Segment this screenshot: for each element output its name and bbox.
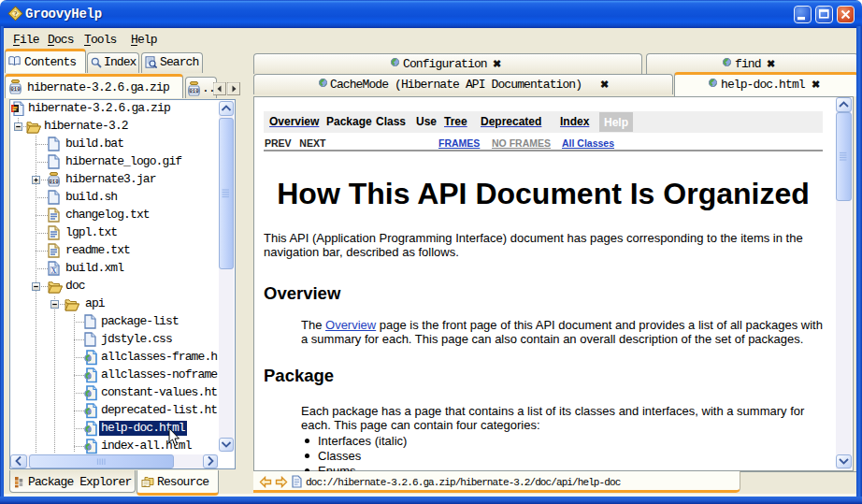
svg-text:?: ? xyxy=(14,10,18,19)
svg-text:X: X xyxy=(51,266,57,275)
svg-text:010: 010 xyxy=(190,88,199,94)
svg-text:010: 010 xyxy=(11,86,21,93)
svg-text:010: 010 xyxy=(50,179,59,185)
